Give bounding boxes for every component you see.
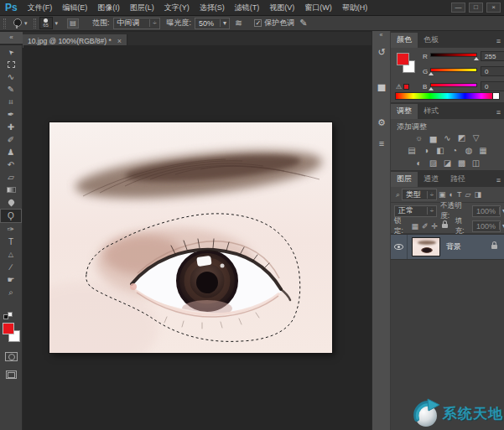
menu-view[interactable]: 视图(V) (269, 3, 294, 13)
adjustment-icon-brightness-contrast[interactable]: ☼ (414, 133, 424, 143)
menu-edit[interactable]: 编辑(E) (62, 3, 87, 13)
adjustment-icon-exposure[interactable]: ◩ (457, 133, 467, 143)
tablet-pressure-icon[interactable]: ✎ (299, 18, 307, 28)
adjustment-icon-vibrance[interactable]: ▽ (471, 133, 481, 143)
blue-slider[interactable] (430, 82, 477, 91)
document-image[interactable] (49, 122, 332, 353)
brush-tool[interactable]: ✐ (0, 133, 22, 146)
filter-kind-select[interactable]: 类型 ÷ (402, 189, 437, 200)
menu-layer[interactable]: 图层(L) (130, 3, 154, 13)
opacity-select[interactable]: 100% ▾ (472, 205, 501, 217)
foreground-color-swatch[interactable] (397, 53, 409, 65)
history-brush-tool[interactable]: ↶ (0, 158, 22, 171)
visibility-toggle[interactable] (391, 235, 408, 259)
panel-menu-icon[interactable]: ≡ (496, 176, 504, 187)
adjustment-icon-curves[interactable]: ∿ (443, 133, 453, 143)
zoom-tool[interactable]: ⌕ (0, 286, 22, 298)
menu-select[interactable]: 选择(S) (200, 3, 225, 13)
adjustment-icon-color-lookup[interactable]: ▦ (478, 146, 488, 156)
menu-help[interactable]: 帮助(H) (342, 3, 368, 13)
adjustment-icon-posterize[interactable]: ▨ (429, 158, 439, 168)
tab-close-icon[interactable]: × (117, 37, 122, 45)
spot-healing-brush-tool[interactable]: ✚ (0, 121, 22, 133)
protect-tones-checkbox[interactable]: ✓ (254, 19, 262, 27)
adjustment-icon-threshold[interactable]: ◪ (443, 158, 453, 168)
hand-tool[interactable]: ☛ (0, 273, 22, 286)
tab-layers[interactable]: 图层 (391, 172, 418, 187)
line-tool[interactable]: ∕ (0, 261, 22, 273)
gamut-warning[interactable]: ⚠ (396, 83, 409, 91)
close-button[interactable]: × (486, 3, 501, 13)
foreground-color-swatch[interactable] (3, 323, 14, 334)
blend-mode-select[interactable]: 正常 ÷ (394, 205, 437, 217)
adjustment-icon-color-balance[interactable]: ◑ (421, 146, 431, 156)
red-slider[interactable] (430, 52, 477, 60)
lock-pixels-icon[interactable]: ✐ (422, 222, 429, 231)
fill-select[interactable]: 100% ▾ (472, 220, 501, 232)
blur-tool[interactable] (0, 196, 22, 209)
tab-channels[interactable]: 通道 (418, 172, 444, 187)
slider-handle[interactable] (429, 87, 434, 91)
history-panel-icon[interactable]: ↺ (374, 44, 389, 60)
tab-swatches[interactable]: 色板 (418, 33, 444, 48)
green-slider[interactable] (430, 67, 477, 75)
lasso-tool[interactable]: ∿ (0, 70, 22, 83)
filter-type-layers-icon[interactable]: T (457, 190, 462, 199)
tool-preset-picker[interactable]: ▾ (9, 18, 30, 28)
quick-mask-mode-button[interactable] (5, 352, 18, 361)
pen-tool[interactable]: ✑ (0, 223, 22, 236)
red-value[interactable]: 255 (481, 51, 504, 61)
layer-thumbnail[interactable] (412, 237, 440, 256)
brush-preset-picker[interactable]: 65 ▾ (39, 17, 61, 29)
tab-paths[interactable]: 路径 (444, 172, 471, 187)
path-selection-tool[interactable]: ▷ (0, 248, 22, 261)
clone-stamp-tool[interactable]: ♟ (0, 146, 22, 158)
filter-shape-layers-icon[interactable]: ▱ (465, 190, 471, 199)
tab-adjustments[interactable]: 调整 (391, 104, 418, 119)
adjustment-icon-invert[interactable]: ◐ (414, 158, 424, 168)
move-tool[interactable]: ➤ (0, 45, 22, 58)
panel-menu-icon[interactable]: ≡ (496, 37, 504, 48)
eraser-tool[interactable]: ▱ (0, 171, 22, 184)
tab-styles[interactable]: 样式 (418, 104, 444, 119)
menu-window[interactable]: 窗口(W) (304, 3, 332, 13)
screen-mode-button[interactable] (6, 370, 17, 379)
slider-handle[interactable] (474, 57, 479, 60)
adjustment-icon-channel-mixer[interactable]: ◍ (464, 146, 474, 156)
lock-transparency-icon[interactable]: ▦ (411, 222, 418, 231)
menu-type[interactable]: 文字(Y) (164, 3, 190, 13)
adjustment-icon-selective-color[interactable]: ◫ (471, 158, 481, 168)
filter-smart-objects-icon[interactable]: ◨ (474, 190, 481, 199)
green-value[interactable]: 0 (481, 66, 504, 76)
panel-menu-icon[interactable]: ≡ (496, 108, 504, 119)
rectangular-marquee-tool[interactable] (0, 58, 22, 70)
canvas-area[interactable] (23, 45, 372, 430)
range-select[interactable]: 中间调 ÷ (113, 18, 160, 29)
slider-handle[interactable] (429, 72, 434, 75)
swap-colors-icon[interactable] (3, 312, 15, 320)
blue-value[interactable]: 0 (481, 81, 504, 91)
maximize-button[interactable]: □ (469, 3, 483, 13)
lock-all-icon[interactable] (442, 224, 448, 228)
histogram-panel-icon[interactable]: ▅ (374, 78, 389, 93)
minimize-button[interactable]: — (451, 3, 465, 13)
airbrush-icon[interactable]: ≋ (235, 18, 242, 28)
filter-pixel-layers-icon[interactable]: ▣ (439, 190, 446, 199)
menu-filter[interactable]: 滤镜(T) (235, 3, 260, 13)
lock-position-icon[interactable]: ✛ (431, 222, 438, 231)
menu-file[interactable]: 文件(F) (28, 3, 53, 13)
crop-tool[interactable]: ⌗ (0, 96, 22, 108)
properties-panel-icon[interactable]: ⚙ (374, 115, 389, 130)
adjustment-icon-hue-saturation[interactable]: ▤ (407, 146, 417, 156)
filter-adjustment-layers-icon[interactable]: ◐ (449, 190, 454, 199)
exposure-select[interactable]: 50% ▾ (195, 18, 230, 29)
gradient-tool[interactable] (0, 184, 22, 196)
type-tool[interactable]: T (0, 236, 22, 248)
color-spectrum-ramp[interactable] (395, 92, 500, 100)
adjustment-icon-gradient-map[interactable]: ▩ (457, 158, 467, 168)
dodge-tool[interactable]: Ϙ (0, 209, 22, 223)
menu-image[interactable]: 图像(I) (97, 3, 120, 13)
adjustment-icon-black-white[interactable]: ◧ (435, 146, 445, 156)
actions-panel-icon[interactable]: ≡ (374, 136, 389, 151)
layer-row-background[interactable]: 背景 (391, 235, 504, 260)
